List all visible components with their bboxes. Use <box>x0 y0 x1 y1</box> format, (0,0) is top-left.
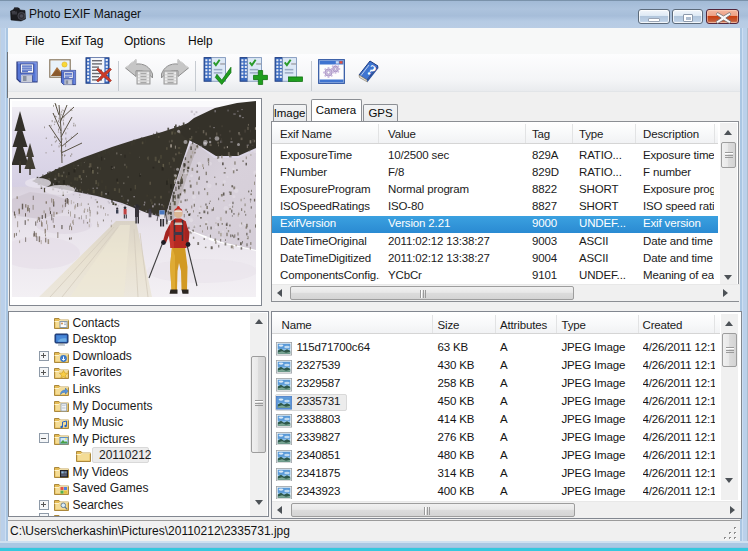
svg-text:?: ? <box>364 62 379 80</box>
